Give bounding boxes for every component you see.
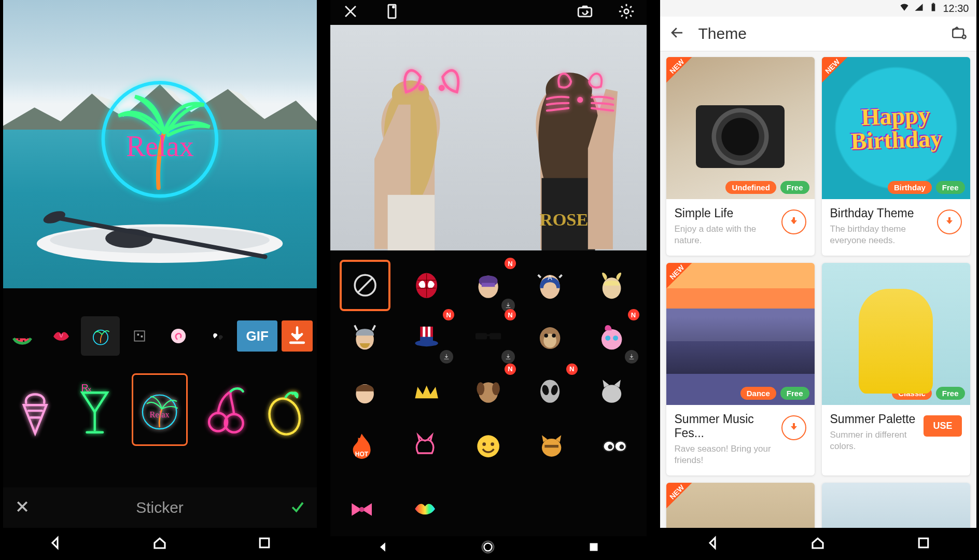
mask-captain[interactable]: A <box>524 260 576 311</box>
svg-point-66 <box>482 442 486 446</box>
nav-home-icon[interactable] <box>810 535 826 553</box>
sticker-icecream[interactable] <box>12 379 58 441</box>
theme-card-summer-palette[interactable]: Classic Free Summer Palette Summer in di… <box>822 263 970 475</box>
mask-spiderman[interactable] <box>401 260 452 311</box>
use-button[interactable]: USE <box>924 415 961 437</box>
back-button[interactable] <box>669 25 685 43</box>
theme-card-simple-life[interactable]: NEW Undefined Free Simple Life Enjoy a d… <box>666 57 815 256</box>
svg-point-64 <box>602 385 621 403</box>
svg-point-46 <box>415 340 438 346</box>
editor-footer: Sticker <box>3 487 317 528</box>
svg-point-9 <box>25 338 27 340</box>
svg-point-67 <box>491 442 494 446</box>
mask-uncle-sam-hat[interactable]: N <box>401 311 452 362</box>
svg-point-59 <box>477 382 484 395</box>
svg-point-32 <box>577 97 583 103</box>
download-packs-button[interactable] <box>277 316 316 356</box>
svg-rect-13 <box>141 335 143 338</box>
pack-pixel[interactable] <box>120 316 159 356</box>
category-animal[interactable] <box>529 424 574 469</box>
mask-row-3: N N <box>330 362 647 417</box>
mask-boy[interactable] <box>340 366 391 417</box>
svg-point-26 <box>624 9 628 14</box>
category-cat[interactable] <box>403 424 447 469</box>
nav-back-icon[interactable] <box>47 535 63 553</box>
new-corner-badge: NEW <box>666 483 703 519</box>
download-badge-icon[interactable] <box>501 350 515 363</box>
new-badge: N <box>505 363 516 375</box>
mask-sunglasses[interactable]: N <box>463 311 514 362</box>
download-button[interactable] <box>781 209 806 234</box>
svg-point-8 <box>23 340 25 342</box>
svg-rect-49 <box>486 334 491 336</box>
nav-back-icon[interactable] <box>375 539 390 557</box>
aspect-ratio-button[interactable] <box>383 3 401 22</box>
nav-back-icon[interactable] <box>705 535 720 553</box>
mask-horned[interactable] <box>586 260 637 311</box>
theme-subtitle: Enjoy a date with the nature. <box>675 223 776 246</box>
category-hot[interactable]: HOT <box>340 424 384 469</box>
nav-recent-icon[interactable] <box>916 535 931 553</box>
theme-tag: Dance <box>740 387 776 400</box>
signal-icon <box>914 2 924 15</box>
camera-viewfinder[interactable]: ROSES <box>330 25 647 250</box>
theme-card-birthday[interactable]: NEW Happy Birthday Birthday Free Birthda… <box>822 57 970 256</box>
gif-pack-button[interactable]: GIF <box>237 316 277 356</box>
nav-home-icon[interactable] <box>480 539 496 557</box>
sticker-neon-palm[interactable]: Relax <box>132 373 187 446</box>
mask-thor[interactable] <box>340 311 391 362</box>
svg-point-4 <box>42 209 67 226</box>
category-eyes[interactable] <box>593 424 637 469</box>
svg-point-65 <box>477 435 499 457</box>
pack-hearts[interactable] <box>198 316 237 356</box>
pack-neon-relax[interactable] <box>81 316 120 356</box>
mask-crown[interactable] <box>401 366 452 417</box>
camera-sticker-screen: ROSES N A N <box>330 0 647 560</box>
mask-alien[interactable]: N <box>524 366 576 417</box>
no-mask-button[interactable] <box>340 260 391 311</box>
theme-scroll[interactable]: NEW Undefined Free Simple Life Enjoy a d… <box>660 51 976 528</box>
switch-camera-button[interactable] <box>576 3 594 22</box>
nav-recent-icon[interactable] <box>257 535 272 553</box>
pack-watermelon[interactable] <box>3 316 42 356</box>
nav-home-icon[interactable] <box>152 535 167 553</box>
svg-point-68 <box>542 439 561 457</box>
mask-cat-face[interactable] <box>586 366 637 417</box>
svg-text:R: R <box>81 382 88 394</box>
settings-button[interactable] <box>618 3 635 22</box>
svg-rect-37 <box>482 283 495 287</box>
download-button[interactable] <box>937 209 962 234</box>
category-bow[interactable] <box>340 487 384 532</box>
theme-card-peek-1[interactable]: NEW <box>666 483 815 528</box>
sticker-cocktail[interactable]: Rx <box>72 379 117 441</box>
nav-recent-icon[interactable] <box>586 539 602 557</box>
sticker-editor-screen: Relax GIF <box>3 0 317 560</box>
download-badge-icon[interactable] <box>440 350 453 363</box>
theme-subtitle: Summer in different colors. <box>830 429 919 452</box>
svg-rect-22 <box>260 538 269 548</box>
mask-pony[interactable]: N <box>586 311 637 362</box>
category-rainbow-lips[interactable] <box>403 487 447 532</box>
theme-appbar: Theme <box>660 17 976 51</box>
ar-whiskers-overlay <box>526 70 634 120</box>
sticker-cherries[interactable] <box>202 379 247 441</box>
svg-rect-25 <box>578 8 592 17</box>
close-button[interactable] <box>342 3 359 22</box>
sticker-lemon[interactable] <box>262 379 307 441</box>
mask-row-1: N A <box>330 250 647 311</box>
theme-title: Summer Palette <box>830 412 919 426</box>
theme-card-peek-2[interactable] <box>822 483 970 528</box>
android-nav-bar <box>3 528 317 560</box>
pack-flamingo[interactable] <box>159 316 198 356</box>
mask-superhero-purple[interactable]: N <box>463 260 514 311</box>
my-themes-button[interactable] <box>952 25 967 43</box>
mask-furry[interactable] <box>524 311 576 362</box>
download-button[interactable] <box>781 415 806 440</box>
applied-sticker-neon-palm[interactable]: Relax <box>75 63 245 202</box>
mask-dog[interactable]: N <box>463 366 514 417</box>
pack-lips[interactable] <box>42 316 81 356</box>
download-badge-icon[interactable] <box>625 350 638 363</box>
theme-card-summer-music[interactable]: NEW Dance Free Summer Music Fes... Rave … <box>666 263 815 475</box>
category-emoji[interactable] <box>466 424 511 469</box>
editor-preview[interactable]: Relax <box>3 0 317 288</box>
